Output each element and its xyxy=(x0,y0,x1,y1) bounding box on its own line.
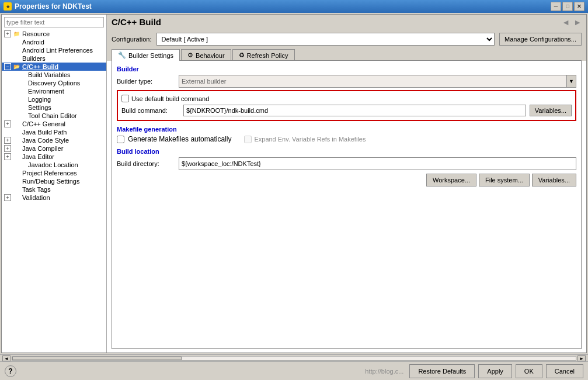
minimize-button[interactable]: ─ xyxy=(551,2,561,11)
config-row: Configuration: Default [ Active ] Manage… xyxy=(107,29,586,49)
sidebar-item-tool-chain-editor[interactable]: Tool Chain Editor xyxy=(2,112,106,120)
build-directory-label: Build directory: xyxy=(117,160,175,167)
sidebar-item-java-build-path[interactable]: Java Build Path xyxy=(2,128,106,136)
use-default-checkbox[interactable] xyxy=(121,95,129,102)
sidebar-item-builders[interactable]: Builders xyxy=(2,54,106,63)
builder-settings-tab-label: Builder Settings xyxy=(128,52,173,59)
config-select[interactable]: Default [ Active ] xyxy=(156,33,495,46)
sidebar-item-label: Android xyxy=(22,39,44,46)
builder-type-dropdown-arrow[interactable]: ▼ xyxy=(566,75,576,87)
manage-configurations-button[interactable]: Manage Configurations... xyxy=(499,33,582,46)
expand-refs-label: Expand Env. Variable Refs in Makefiles xyxy=(254,136,366,143)
sidebar-item-label: Logging xyxy=(28,96,51,103)
bottom-right: Restore Defaults Apply OK Cancel xyxy=(409,364,583,378)
build-command-label: Build command: xyxy=(121,107,180,114)
main-window: + 📁 Resource Android Android Lint Prefer… xyxy=(0,13,588,380)
builder-type-row: Builder type: ▼ xyxy=(117,75,576,88)
tab-refresh-policy[interactable]: ♻ Refresh Policy xyxy=(232,49,295,61)
expander-java-editor[interactable]: + xyxy=(4,153,11,160)
sidebar-item-label: C/C++ Build xyxy=(22,63,58,70)
item-icon xyxy=(12,129,20,136)
builder-variables-button[interactable]: Variables... xyxy=(530,105,572,116)
file-system-button[interactable]: File system... xyxy=(479,174,530,186)
sidebar-item-android-lint[interactable]: Android Lint Preferences xyxy=(2,46,106,54)
build-command-row: Build command: Variables... xyxy=(121,105,572,116)
item-icon xyxy=(12,39,20,46)
ok-button[interactable]: OK xyxy=(516,364,542,378)
builder-section-header: Builder xyxy=(117,65,576,72)
sidebar-item-java-code-style[interactable]: + Java Code Style xyxy=(2,136,106,144)
location-variables-button[interactable]: Variables... xyxy=(532,174,576,186)
filter-input-wrapper[interactable] xyxy=(2,16,106,29)
scrollbar-thumb xyxy=(12,357,182,360)
apply-button[interactable]: Apply xyxy=(478,364,512,378)
makefile-section: Makefile generation Generate Makefiles a… xyxy=(117,126,576,143)
sidebar-item-label: C/C++ General xyxy=(22,120,65,127)
forward-button[interactable]: ► xyxy=(573,18,582,27)
builder-type-select-wrapper[interactable]: ▼ xyxy=(179,75,576,88)
item-icon xyxy=(12,170,20,177)
sidebar-item-build-variables[interactable]: Build Variables xyxy=(2,71,106,79)
item-icon xyxy=(18,161,26,168)
scrollbar-area: ◄ ► xyxy=(0,354,588,361)
sidebar-item-settings[interactable]: Settings xyxy=(2,103,106,112)
expander-cpp-build[interactable]: − xyxy=(4,63,11,70)
scroll-right-button[interactable]: ► xyxy=(577,355,586,361)
builder-section: Builder Builder type: ▼ Use default buil… xyxy=(117,65,576,121)
build-directory-row: Build directory: xyxy=(117,157,576,170)
tab-builder-settings[interactable]: 🔧 Builder Settings xyxy=(112,49,180,61)
sidebar-item-android[interactable]: Android xyxy=(2,38,106,46)
expander-java-compiler[interactable]: + xyxy=(4,145,11,152)
expander-cpp-general[interactable]: + xyxy=(4,120,11,127)
expander-validation[interactable]: + xyxy=(4,194,11,201)
sidebar-item-java-editor[interactable]: + Java Editor xyxy=(2,153,106,161)
sidebar-item-java-compiler[interactable]: + Java Compiler xyxy=(2,144,106,153)
sidebar-item-label: Run/Debug Settings xyxy=(22,178,79,185)
sidebar-item-label: Tool Chain Editor xyxy=(28,112,77,119)
workspace-button[interactable]: Workspace... xyxy=(426,174,476,186)
sidebar-item-run-debug-settings[interactable]: Run/Debug Settings xyxy=(2,177,106,185)
sidebar-item-resource[interactable]: + 📁 Resource xyxy=(2,30,106,38)
scroll-left-button[interactable]: ◄ xyxy=(2,355,11,361)
sidebar-item-discovery-options[interactable]: Discovery Options xyxy=(2,79,106,87)
sidebar-item-label: Javadoc Location xyxy=(28,161,78,168)
generate-makefiles-checkbox[interactable] xyxy=(117,136,124,143)
sidebar-item-label: Task Tags xyxy=(22,186,51,193)
back-button[interactable]: ◄ xyxy=(562,18,570,27)
maximize-button[interactable]: □ xyxy=(562,2,573,11)
sidebar-item-label: Resource xyxy=(22,30,50,37)
sidebar-item-project-references[interactable]: Project References xyxy=(2,169,106,177)
expander-java-code-style[interactable]: + xyxy=(4,137,11,144)
expand-refs-checkbox[interactable] xyxy=(244,136,252,143)
sidebar-item-logging[interactable]: Logging xyxy=(2,95,106,103)
sidebar-item-task-tags[interactable]: Task Tags xyxy=(2,185,106,194)
app-icon: ★ xyxy=(4,2,12,11)
sidebar-item-environment[interactable]: Environment xyxy=(2,87,106,95)
cpp-icon: 📂 xyxy=(12,63,20,70)
left-panel: + 📁 Resource Android Android Lint Prefer… xyxy=(2,15,107,353)
window-controls: ─ □ ✕ xyxy=(551,2,584,11)
build-command-input[interactable] xyxy=(183,105,526,116)
close-button[interactable]: ✕ xyxy=(574,2,584,11)
expander-resource[interactable]: + xyxy=(4,30,11,37)
sidebar-item-label: Java Build Path xyxy=(22,129,67,136)
help-button[interactable]: ? xyxy=(5,365,16,377)
tab-behaviour[interactable]: ⚙ Behaviour xyxy=(181,49,231,61)
item-icon xyxy=(12,178,20,185)
build-directory-input[interactable] xyxy=(179,157,576,170)
sidebar-item-cpp-general[interactable]: + C/C++ General xyxy=(2,120,106,128)
restore-defaults-button[interactable]: Restore Defaults xyxy=(409,364,475,378)
sidebar-item-label: Project References xyxy=(22,170,77,177)
item-icon xyxy=(12,145,20,152)
window-title: Properties for NDKTest xyxy=(15,2,92,11)
filter-input[interactable] xyxy=(4,17,104,27)
sidebar-item-validation[interactable]: + Validation xyxy=(2,194,106,202)
tabs-container: 🔧 Builder Settings ⚙ Behaviour ♻ Refresh… xyxy=(107,49,586,61)
sidebar-item-label: Android Lint Preferences xyxy=(22,47,93,54)
sidebar-item-cpp-build[interactable]: − 📂 C/C++ Build xyxy=(2,63,106,71)
sidebar-item-javadoc-location[interactable]: Javadoc Location xyxy=(2,161,106,169)
item-icon xyxy=(18,112,26,119)
bottom-left: ? xyxy=(5,365,16,377)
right-panel-wrapper: C/C++ Build ◄ ► Configuration: Default [… xyxy=(107,15,586,353)
cancel-button[interactable]: Cancel xyxy=(546,364,583,378)
